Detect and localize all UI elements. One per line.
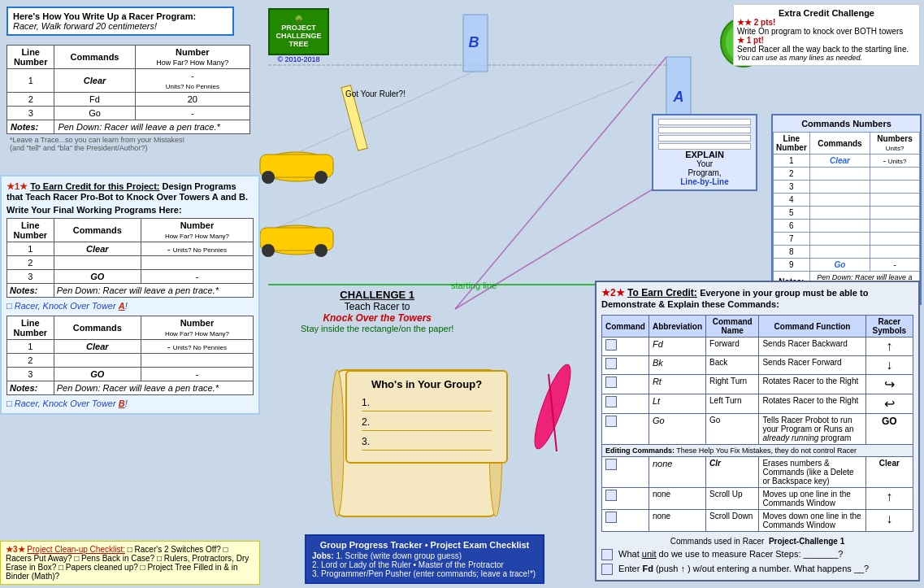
col-commands: Commands — [54, 46, 135, 69]
col-number: NumberHow Far? How Many? — [135, 46, 249, 69]
logo-box: 🌳 PROJECT CHALLENGE TREE — [268, 8, 329, 55]
checkbox[interactable] — [605, 339, 617, 351]
table-row: 5 — [774, 207, 920, 220]
small-note: *Leave a Trace...so you can learn from y… — [7, 136, 250, 152]
knock-label-a: □ Racer, Knock Over Tower A! — [7, 301, 254, 311]
middle-left-section: ★1★ To Earn Credit for this Project: Des… — [0, 175, 260, 415]
checkbox-q2[interactable] — [601, 564, 613, 575]
checkbox[interactable] — [605, 512, 617, 523]
extra-credit-title: Extra Credit Challenge — [737, 8, 916, 18]
question-2: Enter Fd (push ↑ ) w/out entering a numb… — [601, 564, 913, 575]
svg-rect-16 — [260, 228, 333, 250]
table-row: 3 — [774, 181, 920, 194]
racer-commands-table: Command Abbreviation Command Name Comman… — [601, 315, 913, 532]
instructions-title: Here's How You Write Up a Racer Program: — [13, 11, 228, 21]
svg-point-13 — [262, 171, 275, 184]
explain-title: EXPLAIN — [658, 150, 751, 159]
table-row: 3 GO - — [7, 270, 254, 284]
svg-rect-12 — [260, 155, 333, 177]
table-row: 4 — [774, 194, 920, 207]
group-progress-box: Group Progress Tracker • Project Exam Ch… — [305, 534, 544, 584]
svg-point-17 — [262, 244, 275, 257]
table-row: none Scroll Down Moves down one line in … — [602, 510, 913, 532]
table-row: 2 — [7, 256, 254, 270]
svg-point-11 — [260, 152, 333, 181]
svg-point-26 — [331, 370, 344, 516]
notes-row: Notes: Pen Down: Racer will leave a pen … — [7, 381, 254, 395]
commands-used-note: Commands used in Racer Project-Challenge… — [601, 537, 913, 546]
table-row: 2 Fd 20 — [7, 93, 250, 107]
svg-text:B: B — [469, 34, 479, 50]
gp-line3: 3. Programmer/Pen Pusher (enter commands… — [312, 569, 537, 578]
earn-credit-2-title: ★2★ To Earn Credit: Everyone in your gro… — [601, 287, 913, 310]
table-row: 2 — [7, 354, 254, 368]
checkbox[interactable] — [605, 396, 617, 407]
table-row: 1 Clear - Units? No Pennies — [7, 242, 254, 256]
instructions-subtitle: Racer, Walk forward 20 centimeters! — [13, 21, 228, 31]
table-row: 1 Clear -Units? No Pennies — [7, 69, 250, 93]
whos-group-title: Who's in Your Group? — [354, 378, 500, 390]
project-tree-logo: 🌳 PROJECT CHALLENGE TREE © 2010-2018 — [268, 8, 329, 63]
explain-your-program-section: Commands Numbers LineNumber Commands Num… — [771, 114, 922, 305]
group-line-2: 2. — [362, 416, 492, 431]
col-line-number: LineNumber — [7, 46, 54, 69]
table-row: 3 GO - — [7, 368, 254, 381]
svg-rect-6 — [463, 15, 488, 72]
table-row: 2 — [774, 168, 920, 181]
table-row: 1 Clear - Units? No Pennies — [7, 340, 254, 354]
table-row: none Clr Erases numbers & Commands (like… — [602, 457, 913, 488]
table-row: 7 — [774, 233, 920, 246]
table-row: Fd Forward Sends Racer Backward ↑ — [602, 338, 913, 356]
ruler-label: Got Your Ruler?! — [345, 89, 406, 98]
col-number-sub: How Far? How Many? — [156, 59, 228, 67]
challenge-title: CHALLENGE 1 — [301, 289, 453, 301]
main-program-table-wrap: LineNumber Commands NumberHow Far? How M… — [7, 45, 250, 152]
svg-point-19 — [528, 361, 577, 452]
main-program-table: LineNumber Commands NumberHow Far? How M… — [7, 45, 250, 134]
cleanup-checklist: ★3★ Project Clean-up Checklist: □ Racer'… — [0, 541, 260, 585]
gp-title: Group Progress Tracker • Project Exam Ch… — [312, 540, 537, 550]
challenge-subtitle: Teach Racer to — [301, 301, 453, 312]
commands-reference-table: ★2★ To Earn Credit: Everyone in your gro… — [595, 281, 920, 581]
earn-credit-title: ★1★ To Earn Credit for this Project: Des… — [7, 181, 254, 202]
eyp-header: Commands Numbers — [773, 115, 920, 132]
instructions-box: Here's How You Write Up a Racer Program:… — [7, 7, 234, 36]
challenge-detail: Stay inside the rectangle/on the paper! — [301, 324, 453, 333]
table-row: 8 — [774, 246, 920, 259]
write-here-label: Write Your Final Working Programs Here: — [7, 205, 254, 215]
eyp-table: LineNumber Commands NumbersUnits? 1 Clea… — [773, 132, 920, 292]
checkbox[interactable] — [605, 490, 617, 501]
ec-pts2: ★ 1 pt! — [737, 36, 916, 45]
challenge-1-section: CHALLENGE 1 Teach Racer to Knock Over th… — [301, 289, 453, 333]
ec-desc1: Write On program to knock over BOTH towe… — [737, 27, 916, 36]
editing-commands-row: Editing Commands: These Help You Fix Mis… — [602, 445, 913, 457]
checkbox-q1[interactable] — [601, 549, 613, 560]
gp-line2: 2. Lord or Lady of the Ruler • Master of… — [312, 560, 537, 569]
svg-point-15 — [260, 225, 333, 255]
group-line-3: 3. — [362, 436, 492, 451]
checkbox[interactable] — [605, 358, 617, 369]
table-row: Lt Left Turn Rotates Racer to the Right … — [602, 394, 913, 414]
whos-in-group-box: Who's in Your Group? 1. 2. 3. — [345, 370, 508, 464]
svg-line-2 — [276, 65, 488, 163]
table-row: 9 Go - — [774, 259, 920, 272]
ec-pts1: ★★ 2 pts! — [737, 18, 916, 27]
checkbox[interactable] — [605, 377, 617, 388]
group-line-1: 1. — [362, 397, 492, 412]
svg-text:A: A — [673, 89, 684, 105]
notes-row: Notes: Pen Down: Racer will leave a pen … — [7, 284, 254, 298]
checkbox[interactable] — [605, 459, 617, 470]
svg-point-14 — [315, 171, 328, 184]
svg-point-18 — [315, 244, 328, 257]
checkbox[interactable] — [605, 416, 617, 427]
explain-lines-box: EXPLAIN Your Program, Line-by-Line — [652, 114, 757, 191]
svg-line-3 — [276, 81, 634, 228]
table-row: Go Go Tells Racer Probot to run your Pro… — [602, 414, 913, 445]
gp-jobs: Jobs: 1. Scribe (write down group guess) — [312, 551, 537, 560]
ec-desc3: You can use as many lines as needed. — [737, 54, 916, 62]
ec-desc2: Send Racer all the way back to the start… — [737, 45, 916, 54]
explain-program: Program, — [658, 168, 751, 177]
challenge-action: Knock Over the Towers — [301, 312, 453, 324]
commands-numbers-header: Commands Numbers — [778, 119, 915, 128]
program-table-b: LineNumber Commands NumberHow Far? How M… — [7, 316, 254, 395]
